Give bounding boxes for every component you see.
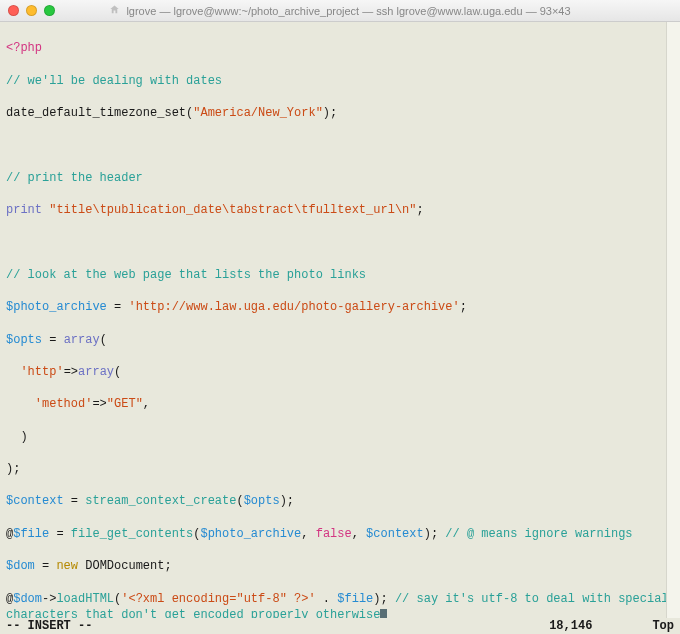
variable: $photo_archive bbox=[6, 300, 107, 314]
window-title: lgrove — lgrove@www:~/photo_archive_proj… bbox=[126, 5, 570, 17]
vim-status-bar: -- INSERT -- 18,146 Top bbox=[0, 618, 680, 634]
traffic-lights bbox=[8, 5, 55, 16]
scroll-position: Top bbox=[652, 619, 674, 633]
vim-mode: -- INSERT -- bbox=[6, 619, 92, 633]
home-icon bbox=[109, 4, 120, 17]
comment: // print the header bbox=[6, 171, 143, 185]
zoom-icon[interactable] bbox=[44, 5, 55, 16]
func-call: date_default_timezone_set bbox=[6, 106, 186, 120]
close-icon[interactable] bbox=[8, 5, 19, 16]
cursor bbox=[380, 609, 387, 618]
window-titlebar: lgrove — lgrove@www:~/photo_archive_proj… bbox=[0, 0, 680, 22]
php-open-tag: <?php bbox=[6, 41, 42, 55]
cursor-position: 18,146 bbox=[549, 619, 652, 633]
print-keyword: print bbox=[6, 203, 42, 217]
minimize-icon[interactable] bbox=[26, 5, 37, 16]
code-editor[interactable]: <?php // we'll be dealing with dates dat… bbox=[0, 22, 680, 618]
comment: // we'll be dealing with dates bbox=[6, 74, 222, 88]
scrollbar[interactable] bbox=[666, 22, 680, 634]
comment: // look at the web page that lists the p… bbox=[6, 268, 366, 282]
